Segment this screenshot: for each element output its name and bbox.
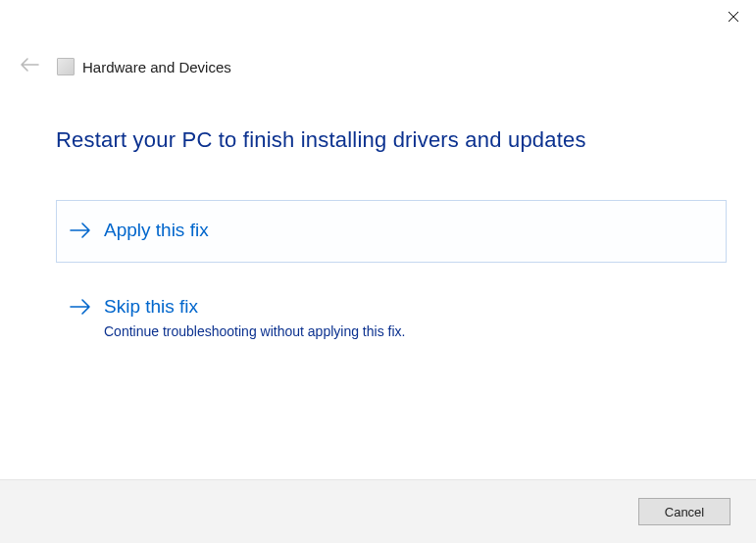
option-title: Skip this fix [104,295,405,320]
close-icon [728,9,739,26]
footer: Cancel [0,479,756,543]
option-body: Apply this fix [104,219,209,243]
back-button [18,55,41,78]
option-title: Apply this fix [104,219,209,243]
option-apply-fix[interactable]: Apply this fix [56,200,727,263]
arrow-right-icon [69,221,92,244]
page-heading: Restart your PC to finish installing dri… [56,127,727,153]
option-description: Continue troubleshooting without applyin… [104,323,405,339]
title-bar [711,0,756,35]
arrow-right-icon [69,297,92,321]
troubleshooter-title: Hardware and Devices [57,58,231,75]
header: Hardware and Devices [18,55,231,78]
back-arrow-icon [20,57,39,76]
option-body: Skip this fix Continue troubleshooting w… [104,295,405,339]
device-icon [57,58,75,75]
content: Restart your PC to finish installing dri… [56,127,727,358]
close-button[interactable] [711,0,756,35]
header-title-text: Hardware and Devices [82,59,231,75]
option-skip-fix[interactable]: Skip this fix Continue troubleshooting w… [56,276,727,358]
cancel-button[interactable]: Cancel [638,498,731,525]
